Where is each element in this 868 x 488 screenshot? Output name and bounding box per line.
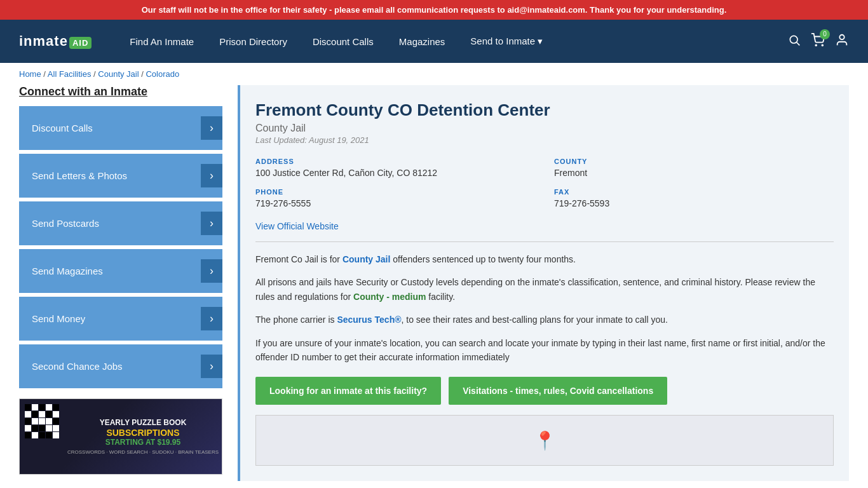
facility-name: Fremont County CO Detention Center [255, 100, 834, 120]
fax-block: FAX 719-276-5593 [554, 188, 834, 208]
sidebar-letters-photos-btn[interactable]: Send Letters & Photos › [19, 154, 222, 198]
breadcrumb-all-facilities[interactable]: All Facilities [48, 69, 92, 79]
cart-button[interactable]: 0 [811, 33, 825, 50]
nav-prison-directory[interactable]: Prison Directory [207, 20, 300, 63]
nav-discount-calls[interactable]: Discount Calls [300, 20, 386, 63]
county-label: COUNTY [554, 158, 834, 165]
sidebar: Connect with an Inmate Discount Calls › … [19, 85, 222, 481]
fax-label: FAX [554, 188, 834, 196]
visitations-button[interactable]: Visitations - times, rules, Covid cancel… [449, 377, 667, 405]
nav-find-inmate[interactable]: Find An Inmate [117, 20, 207, 63]
phone-value: 719-276-5555 [255, 198, 535, 208]
main-nav: Find An Inmate Prison Directory Discount… [117, 20, 788, 63]
breadcrumb-colorado[interactable]: Colorado [146, 69, 179, 79]
divider [255, 241, 834, 242]
ad-puzzle-grid [25, 404, 59, 438]
county-block: COUNTY Fremont [554, 158, 834, 178]
header: inmateAID Find An Inmate Prison Director… [0, 20, 868, 63]
logo-aid: AID [69, 37, 92, 49]
phone-label: PHONE [255, 188, 535, 196]
sidebar-postcards-label: Send Postcards [32, 218, 99, 229]
facility-type: County Jail [255, 123, 834, 134]
address-block: ADDRESS 100 Justice Center Rd, Cañon Cit… [255, 158, 535, 178]
breadcrumb-county-jail[interactable]: County Jail [98, 69, 139, 79]
sidebar-letters-photos-label: Send Letters & Photos [32, 170, 127, 181]
fax-value: 719-276-5593 [554, 198, 834, 208]
ad-line4: CROSSWORDS · WORD SEARCH · SUDOKU · BRAI… [67, 449, 219, 455]
looking-for-inmate-button[interactable]: Looking for an inmate at this facility? [255, 377, 441, 405]
map-placeholder: 📍 [255, 415, 834, 466]
svg-line-1 [797, 42, 800, 45]
sidebar-magazines-btn[interactable]: Send Magazines › [19, 249, 222, 293]
facility-desc4: If you are unsure of your inmate's locat… [255, 336, 834, 365]
sidebar-discount-calls-btn[interactable]: Discount Calls › [19, 106, 222, 150]
discount-calls-arrow-icon: › [201, 116, 222, 140]
facility-updated: Last Updated: August 19, 2021 [255, 135, 834, 145]
sidebar-send-money-label: Send Money [32, 313, 85, 324]
cart-badge: 0 [820, 29, 830, 39]
nav-magazines[interactable]: Magazines [386, 20, 458, 63]
county-jail-link[interactable]: County Jail [342, 254, 390, 264]
address-value: 100 Justice Center Rd, Cañon City, CO 81… [255, 168, 535, 178]
alert-text: Our staff will not be in the office for … [142, 5, 727, 15]
phone-block: PHONE 719-276-5555 [255, 188, 535, 208]
user-button[interactable] [835, 33, 849, 50]
ad-line3: STARTING AT $19.95 [67, 438, 219, 447]
magazines-arrow-icon: › [201, 259, 222, 283]
sidebar-jobs-label: Second Chance Jobs [32, 361, 123, 372]
postcards-arrow-icon: › [201, 212, 222, 235]
logo[interactable]: inmateAID [19, 33, 92, 50]
county-value: Fremont [554, 168, 834, 178]
search-button[interactable] [788, 34, 801, 50]
facility-desc3: The phone carrier is Securus Tech®, to s… [255, 313, 834, 327]
svg-point-3 [822, 44, 823, 46]
sidebar-send-money-btn[interactable]: Send Money › [19, 297, 222, 341]
nav-send-to-inmate[interactable]: Send to Inmate ▾ [458, 20, 555, 63]
letters-photos-arrow-icon: › [201, 164, 222, 187]
county-medium-link[interactable]: County - medium [353, 292, 426, 302]
alert-bar: Our staff will not be in the office for … [0, 0, 868, 20]
jobs-arrow-icon: › [201, 355, 222, 378]
securus-link[interactable]: Securus Tech® [337, 315, 401, 325]
map-pin-icon: 📍 [534, 430, 556, 451]
ad-line1: YEARLY PUZZLE BOOK [67, 418, 219, 428]
sidebar-discount-calls-label: Discount Calls [32, 123, 93, 133]
official-website-link[interactable]: View Official Website [255, 221, 339, 231]
sidebar-jobs-btn[interactable]: Second Chance Jobs › [19, 344, 222, 388]
address-label: ADDRESS [255, 158, 535, 165]
breadcrumb-home[interactable]: Home [19, 69, 41, 79]
breadcrumb: Home / All Facilities / County Jail / Co… [0, 63, 868, 85]
facility-desc1: Fremont Co Jail is for County Jail offen… [255, 252, 834, 266]
sidebar-magazines-label: Send Magazines [32, 266, 103, 276]
action-buttons: Looking for an inmate at this facility? … [255, 377, 834, 405]
svg-point-2 [815, 44, 817, 46]
sidebar-postcards-btn[interactable]: Send Postcards › [19, 201, 222, 245]
ad-line2: SUBSCRIPTIONS [67, 428, 219, 438]
sidebar-title: Connect with an Inmate [19, 85, 222, 98]
sidebar-ad[interactable]: YEARLY PUZZLE BOOK SUBSCRIPTIONS STARTIN… [19, 398, 222, 475]
nav-icons: 0 [788, 33, 849, 50]
main-layout: Connect with an Inmate Discount Calls › … [0, 85, 868, 488]
content-panel: Fremont County CO Detention Center Count… [238, 85, 849, 481]
send-money-arrow-icon: › [201, 307, 222, 330]
logo-text: inmateAID [19, 33, 92, 50]
svg-point-0 [790, 36, 797, 43]
facility-desc2: All prisons and jails have Security or C… [255, 275, 834, 304]
facility-info-grid: ADDRESS 100 Justice Center Rd, Cañon Cit… [255, 158, 834, 208]
svg-point-4 [839, 34, 844, 39]
